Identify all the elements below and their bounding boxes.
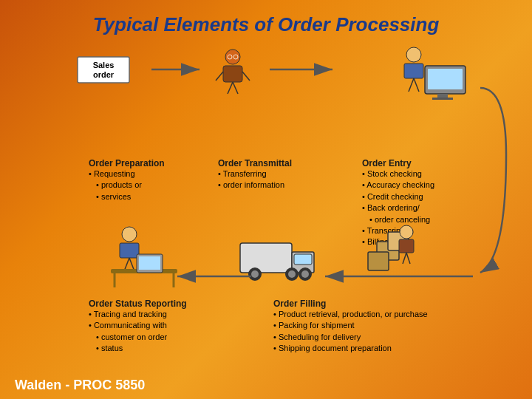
svg-rect-32	[137, 254, 163, 273]
svg-point-16	[233, 55, 238, 59]
svg-line-14	[242, 72, 250, 81]
order-entry-title: Order Entry	[362, 158, 434, 168]
bullet-item: Requesting	[89, 168, 165, 180]
order-preparation-bullets: Requesting products or services	[89, 168, 165, 202]
order-entry-section: Order Entry Stock checking Accuracy chec…	[362, 158, 434, 248]
svg-line-11	[228, 82, 233, 94]
bullet-item: Scheduling for delivery	[273, 332, 428, 343]
svg-rect-45	[368, 252, 389, 270]
order-transmittal-bullets: Transferring order information	[218, 168, 292, 191]
bullet-item: Tracing and tracking	[89, 309, 187, 320]
order-status-title: Order Status Reporting	[89, 299, 187, 309]
bullet-item: status	[89, 343, 187, 354]
svg-rect-18	[404, 64, 423, 78]
svg-point-42	[301, 270, 309, 278]
order-preparation-title: Order Preparation	[89, 158, 165, 168]
svg-rect-36	[294, 254, 312, 265]
svg-point-40	[288, 270, 296, 278]
svg-rect-10	[223, 66, 242, 82]
bullet-item: Stock checking	[362, 168, 434, 180]
svg-rect-6	[78, 57, 129, 83]
order-entry-bullets: Stock checking Accuracy checking Credit …	[362, 168, 434, 248]
bullet-item: order information	[218, 180, 292, 191]
svg-point-37	[248, 267, 262, 281]
svg-rect-34	[240, 243, 292, 273]
bullet-item: Packing for shipment	[273, 320, 428, 331]
order-preparation-section: Order Preparation Requesting products or…	[89, 158, 165, 202]
svg-rect-24	[432, 98, 453, 100]
svg-point-38	[251, 270, 259, 278]
svg-rect-33	[139, 256, 160, 270]
svg-rect-29	[111, 269, 177, 273]
bullet-item: Billing	[362, 236, 434, 248]
svg-point-25	[122, 227, 137, 242]
svg-rect-21	[425, 66, 466, 94]
svg-text:order: order	[93, 70, 115, 79]
svg-text:Sales: Sales	[93, 61, 115, 69]
bullet-item: Product retrieval, production, or purcha…	[273, 309, 428, 320]
footer: Walden - PROC 5850	[15, 378, 145, 393]
order-status-section: Order Status Reporting Tracing and track…	[89, 299, 187, 355]
svg-rect-23	[437, 94, 448, 98]
svg-point-39	[285, 267, 299, 281]
bullet-item: Communicating with	[89, 320, 187, 331]
order-filling-title: Order Filling	[273, 299, 428, 309]
bullet-item: Transcription	[362, 225, 434, 236]
bullet-item: Back ordering/	[362, 202, 434, 214]
bullet-item: Transferring	[218, 168, 292, 180]
svg-rect-22	[428, 69, 463, 89]
order-filling-section: Order Filling Product retrieval, product…	[273, 299, 428, 355]
bullet-item: customer on order	[89, 332, 187, 343]
bullet-item: Credit checking	[362, 191, 434, 202]
slide-title: Typical Elements of Order Processing	[15, 7, 517, 44]
svg-line-49	[406, 253, 410, 264]
order-status-bullets: Tracing and tracking Communicating with …	[89, 309, 187, 355]
svg-line-13	[216, 72, 223, 81]
order-transmittal-title: Order Transmittal	[218, 158, 292, 168]
svg-line-19	[409, 78, 414, 92]
svg-line-12	[233, 82, 238, 94]
bullet-item: services	[89, 191, 165, 202]
bullet-item: order canceling	[362, 214, 434, 225]
svg-rect-26	[120, 243, 139, 258]
svg-line-20	[414, 78, 419, 92]
order-filling-bullets: Product retrieval, production, or purcha…	[273, 309, 428, 355]
bullet-item: Accuracy checking	[362, 180, 434, 191]
bullet-item: Shipping document preparation	[273, 343, 428, 354]
slide: Typical Elements of Order Processing	[0, 0, 532, 399]
svg-point-9	[225, 50, 240, 64]
svg-line-28	[129, 258, 134, 271]
svg-line-48	[403, 253, 406, 264]
svg-point-17	[406, 47, 421, 62]
svg-line-27	[124, 258, 129, 271]
order-transmittal-section: Order Transmittal Transferring order inf…	[218, 158, 292, 191]
main-area: Sales order	[15, 44, 517, 361]
svg-point-15	[228, 55, 232, 59]
svg-rect-35	[292, 252, 314, 273]
bullet-item: products or	[89, 180, 165, 191]
svg-point-41	[299, 267, 312, 281]
